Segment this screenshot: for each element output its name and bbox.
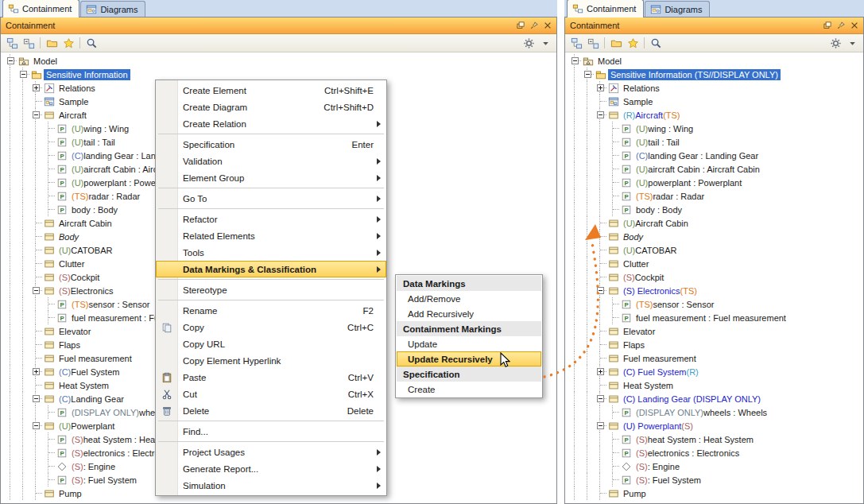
menu-item-related-elements[interactable]: Related Elements [156,227,386,244]
menu-item-create-diagram[interactable]: Create DiagramCtrl+Shift+D [156,99,386,115]
collapse-block-button[interactable] [585,36,601,51]
menu-item-go-to[interactable]: Go To [156,190,386,207]
tree-item-label[interactable]: (S) : Engine [69,461,118,472]
tree-item-label[interactable]: (TS) radar : Radar [69,191,142,202]
menu-item-delete[interactable]: DeleteDelete [156,402,386,419]
tree-item-label[interactable]: (C) Fuel System [56,366,122,378]
tree-item-label[interactable]: (U) CATOBAR [56,245,114,256]
tree-item-label[interactable]: (S) : Fuel System [633,475,703,486]
tree-item-label[interactable]: Relations [56,83,98,94]
tree-item-label[interactable]: (C) Landing Gear (DISPLAY ONLY) [621,394,763,405]
tree-expander[interactable] [594,392,606,405]
menu-item-stereotype[interactable]: Stereotype [156,281,386,298]
tree-expander[interactable] [594,81,606,95]
pin-button[interactable] [835,20,847,31]
tree-expander[interactable] [29,365,42,378]
menu-item-simulation[interactable]: Simulation [156,477,386,494]
tree-item-label[interactable]: Fuel measurement [621,353,699,364]
tree-item-label[interactable]: (U) Powerplant [56,421,117,432]
search-button[interactable] [648,36,664,51]
tree-item-label[interactable]: (TS) sensor : Sensor [69,299,152,310]
tree-item-label[interactable]: Pump [56,488,84,499]
menu-item-create-relation[interactable]: Create Relation [156,115,386,132]
tab-diagrams[interactable]: Diagrams [80,1,145,17]
tree-item-label[interactable]: (C) landing Gear : Landing Gear [633,150,761,161]
tree-expander[interactable] [29,81,42,95]
menu-item-find[interactable]: Find... [156,423,386,440]
tree-item-label[interactable]: Model [595,56,624,67]
menu-item-project-usages[interactable]: Project Usages [156,444,386,460]
tree-item-label[interactable]: (U) wing : Wing [69,123,131,134]
tree-item-label[interactable]: Model [31,56,60,67]
tree-item-label[interactable]: (U) tail : Tail [69,137,118,148]
menu-item-validation[interactable]: Validation [156,153,386,169]
dropdown-caret-button[interactable] [844,36,860,51]
tree-item-label[interactable]: Sensitive Information (TS//DISPLAY ONLY) [608,69,781,80]
collapse-box-icon[interactable] [33,422,40,429]
tree-item-label[interactable]: (C) Fuel System (R) [621,366,701,378]
tree-item-label[interactable]: (U) CATOBAR [621,245,679,256]
tree-expander[interactable] [4,54,17,68]
tree-expander[interactable] [29,108,42,122]
close-button[interactable] [541,20,553,31]
menu-item-copy[interactable]: CopyCtrl+C [156,319,386,335]
favorites-button[interactable] [60,36,76,51]
tree-item-label[interactable]: body : Body [633,204,684,215]
tree-expander[interactable] [594,365,606,378]
expand-box-icon[interactable] [597,368,604,375]
tree-item-label[interactable]: Relations [621,83,662,94]
tree-item-label[interactable]: Flaps [621,339,647,351]
collapse-box-icon[interactable] [597,287,604,294]
tree-item-label[interactable]: Pump [621,488,649,499]
collapse-box-icon[interactable] [584,71,591,78]
collapse-box-icon[interactable] [20,71,27,78]
tree-expander[interactable] [581,68,594,81]
tree-item-label[interactable]: (S) electronics : Electronics [633,448,742,459]
expand-box-icon[interactable] [33,84,40,91]
tree-item-label[interactable]: body : Body [69,204,120,215]
menu-item-copy-url[interactable]: Copy URL [156,335,386,352]
menu-item-data-markings-classification[interactable]: Data Markings & Classification [156,261,386,277]
menu-item-generate-report[interactable]: Generate Report... [156,460,386,477]
collapse-box-icon[interactable] [597,422,604,429]
tree-item-label[interactable]: (S) Electronics [56,285,115,297]
collapse-box-icon[interactable] [7,57,14,64]
menu-item-copy-element-hyperlink[interactable]: Copy Element Hyperlink [156,352,386,369]
tree-expander[interactable] [29,419,42,432]
tree-item-label[interactable]: (TS) sensor : Sensor [633,299,716,310]
search-button[interactable] [83,36,99,51]
menu-item-paste[interactable]: PasteCtrl+V [156,369,386,386]
tree-expander[interactable] [17,68,29,81]
collapse-block-button[interactable] [21,36,37,51]
submenu-item-update-recursively[interactable]: Update Recursively [397,351,541,366]
tab-diagrams[interactable]: Diagrams [645,1,710,17]
tree-item-label[interactable]: fuel measurement : Fuel measurement [633,312,788,324]
menu-item-element-group[interactable]: Element Group [156,169,386,186]
collapse-box-icon[interactable] [597,111,604,118]
tree-item-label[interactable]: (C) Landing Gear [56,394,126,405]
expand-box-icon[interactable] [33,368,40,375]
settings-gear-button[interactable] [827,36,843,51]
tree-item-label[interactable]: (S) : Fuel System [69,475,139,486]
tree-item-label[interactable]: (U) Powerplant (S) [621,421,695,432]
collapse-box-icon[interactable] [33,111,40,118]
tree-item-label[interactable]: (R) Aircraft (TS) [621,110,683,121]
menu-item-create-element[interactable]: Create ElementCtrl+Shift+E [156,82,386,99]
tree-expander[interactable] [29,284,42,297]
dropdown-caret-button[interactable] [537,36,553,51]
tree-item-label[interactable]: Sample [621,96,655,107]
tree-item-label[interactable]: Elevator [56,326,93,337]
tree-expander[interactable] [29,392,42,405]
tree-item-label[interactable]: (TS) radar : Radar [633,191,707,202]
tree-expander[interactable] [594,284,606,297]
tree-item-label[interactable]: (U) tail : Tail [633,137,682,148]
menu-item-tools[interactable]: Tools [156,244,386,261]
tree-expander[interactable] [594,108,606,122]
collapse-box-icon[interactable] [597,395,604,402]
collapse-box-icon[interactable] [571,57,579,64]
tree-item-label[interactable]: Heat System [56,380,111,391]
open-new-button[interactable] [44,36,60,51]
tree-item-label[interactable]: Clutter [56,258,87,269]
expand-box-icon[interactable] [597,84,604,91]
open-new-button[interactable] [608,36,624,51]
